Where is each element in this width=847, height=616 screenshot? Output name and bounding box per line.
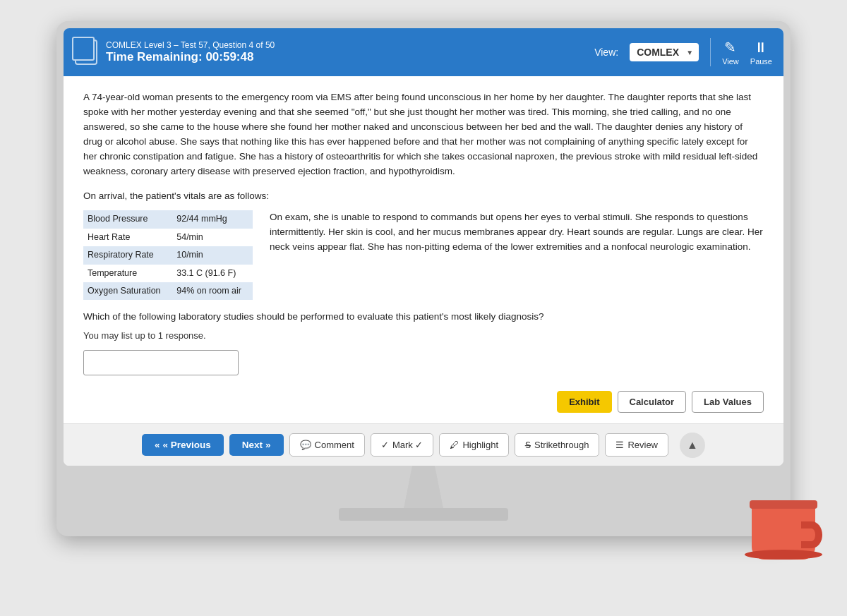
timer-label: Time Remaining: bbox=[106, 50, 203, 64]
vitals-row: Respiratory Rate10/min bbox=[83, 246, 253, 264]
header-left: COMLEX Level 3 – Test 57, Question 4 of … bbox=[75, 40, 275, 65]
timer-value: 00:59:48 bbox=[205, 50, 253, 64]
vitals-heading: On arrival, the patient's vitals are as … bbox=[83, 189, 764, 204]
pause-button[interactable]: ⏸ Pause bbox=[750, 40, 772, 66]
view-btn-label: View bbox=[722, 57, 739, 66]
strikethrough-label: Strikethrough bbox=[534, 440, 589, 450]
vitals-section: Blood Pressure92/44 mmHgHeart Rate54/min… bbox=[83, 210, 764, 300]
vital-label: Blood Pressure bbox=[83, 210, 172, 228]
review-label: Review bbox=[627, 440, 658, 450]
view-dropdown-wrapper[interactable]: COMLEX USMLE ▼ bbox=[630, 43, 699, 61]
header-title-group: COMLEX Level 3 – Test 57, Question 4 of … bbox=[106, 40, 275, 64]
exam-findings: On exam, she is unable to respond to com… bbox=[270, 210, 764, 300]
vital-value: 92/44 mmHg bbox=[172, 210, 253, 228]
highlight-button[interactable]: 🖊 Highlight bbox=[439, 433, 509, 457]
vital-label: Heart Rate bbox=[83, 229, 172, 246]
review-button[interactable]: ☰ Review bbox=[605, 433, 668, 457]
decorative-cup bbox=[741, 482, 826, 560]
monitor-stand-base bbox=[339, 508, 508, 521]
vital-label: Temperature bbox=[83, 265, 172, 282]
response-note: You may list up to 1 response. bbox=[83, 329, 764, 343]
cup-handle bbox=[801, 521, 822, 548]
answer-input[interactable] bbox=[83, 350, 239, 375]
previous-button[interactable]: « « Previous bbox=[142, 434, 224, 456]
strikethrough-button[interactable]: S̶ Strikethrough bbox=[515, 433, 599, 457]
mark-label: Mark ✓ bbox=[392, 440, 424, 450]
comment-label: Comment bbox=[315, 440, 354, 450]
view-label: View: bbox=[594, 47, 618, 58]
mark-button[interactable]: ✓ Mark ✓ bbox=[371, 433, 434, 457]
vitals-row: Heart Rate54/min bbox=[83, 229, 253, 246]
passage-text: A 74-year-old woman presents to the emer… bbox=[83, 90, 764, 179]
previous-label: « Previous bbox=[163, 440, 211, 450]
vital-value: 33.1 C (91.6 F) bbox=[172, 265, 253, 282]
monitor-stand-neck bbox=[395, 466, 452, 508]
vitals-row: Temperature33.1 C (91.6 F) bbox=[83, 265, 253, 282]
cup-rim bbox=[750, 500, 817, 509]
highlight-icon: 🖊 bbox=[450, 440, 459, 450]
copy-icon bbox=[75, 40, 97, 65]
pause-btn-label: Pause bbox=[750, 57, 772, 66]
vital-label: Oxygen Saturation bbox=[83, 282, 172, 300]
next-icon: » bbox=[265, 440, 271, 450]
strikethrough-icon: S̶ bbox=[525, 440, 531, 450]
header-right: View: COMLEX USMLE ▼ ✎ View ⏸ Pause bbox=[594, 38, 772, 66]
mark-icon: ✓ bbox=[381, 440, 389, 450]
question-prompt: Which of the following laboratory studie… bbox=[83, 310, 764, 325]
highlight-label: Highlight bbox=[462, 440, 498, 450]
header-divider bbox=[710, 38, 711, 66]
cup-saucer bbox=[745, 550, 822, 560]
pause-icon: ⏸ bbox=[754, 40, 768, 56]
action-buttons-row: Exhibit Calculator Lab Values bbox=[83, 385, 764, 416]
view-button[interactable]: ✎ View bbox=[722, 39, 739, 66]
bottom-toolbar: « « Previous Next » 💬 Comment ✓ Mark ✓ 🖊… bbox=[64, 423, 783, 466]
view-select[interactable]: COMLEX USMLE bbox=[630, 43, 699, 61]
exhibit-button[interactable]: Exhibit bbox=[557, 391, 611, 413]
chevron-up-icon: ▲ bbox=[687, 439, 698, 452]
review-icon: ☰ bbox=[615, 440, 624, 450]
monitor-frame: COMLEX Level 3 – Test 57, Question 4 of … bbox=[56, 21, 791, 536]
vital-value: 54/min bbox=[172, 229, 253, 246]
next-button[interactable]: Next » bbox=[229, 434, 284, 456]
calculator-button[interactable]: Calculator bbox=[618, 391, 687, 413]
vitals-table: Blood Pressure92/44 mmHgHeart Rate54/min… bbox=[83, 210, 253, 300]
comment-icon: 💬 bbox=[300, 440, 311, 450]
comment-button[interactable]: 💬 Comment bbox=[289, 433, 365, 457]
vital-value: 94% on room air bbox=[172, 282, 253, 300]
vitals-row: Blood Pressure92/44 mmHg bbox=[83, 210, 253, 228]
next-label: Next bbox=[242, 440, 263, 450]
vitals-row: Oxygen Saturation94% on room air bbox=[83, 282, 253, 300]
previous-icon: « bbox=[155, 440, 160, 450]
lab-values-button[interactable]: Lab Values bbox=[692, 391, 764, 413]
pencil-icon: ✎ bbox=[724, 39, 736, 56]
monitor-screen: COMLEX Level 3 – Test 57, Question 4 of … bbox=[64, 28, 783, 466]
vital-value: 10/min bbox=[172, 246, 253, 264]
test-info: COMLEX Level 3 – Test 57, Question 4 of … bbox=[106, 40, 275, 50]
header-bar: COMLEX Level 3 – Test 57, Question 4 of … bbox=[64, 28, 783, 76]
timer-display: Time Remaining: 00:59:48 bbox=[106, 50, 275, 64]
scroll-top-button[interactable]: ▲ bbox=[680, 433, 705, 458]
content-area: A 74-year-old woman presents to the emer… bbox=[64, 76, 783, 423]
vital-label: Respiratory Rate bbox=[83, 246, 172, 264]
